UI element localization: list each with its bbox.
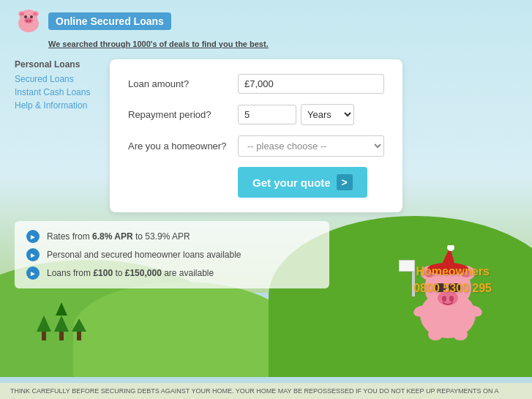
homeowner-label: Are you a homeowner?	[128, 141, 238, 152]
homeowner-row: Are you a homeowner? -- please choose --…	[128, 135, 384, 157]
sidebar-item-instant-cash[interactable]: Instant Cash Loans	[15, 87, 110, 97]
logo-text-box: Online Secured Loans	[48, 12, 171, 30]
info-item-3: ► Loans from £100 to £150,000 are availa…	[26, 266, 318, 280]
logo-pig-icon	[15, 7, 42, 35]
loan-amount-row: Loan amount?	[128, 74, 384, 94]
logo-text: Online Secured Loans	[56, 15, 164, 27]
info-text-3: Loans from £100 to £150,000 are availabl…	[47, 268, 214, 278]
tagline-pre: We searched through 1000's of deals to f…	[48, 40, 219, 48]
info-item-1: ► Rates from 6.8% APR to 53.9% APR	[26, 230, 318, 243]
bullet-icon-3: ►	[26, 266, 40, 280]
bullet-icon-1: ►	[26, 230, 40, 243]
tagline-highlight: you	[219, 40, 233, 48]
homeowners-callout: Homeowners 0800 5300 295	[413, 264, 492, 297]
hill-center	[73, 282, 293, 377]
svg-point-15	[428, 329, 443, 340]
svg-point-27	[29, 20, 31, 23]
main-container: Personal Loans Secured Loans Instant Cas…	[0, 59, 532, 212]
svg-point-26	[26, 20, 29, 23]
svg-point-28	[24, 15, 27, 18]
sidebar: Personal Loans Secured Loans Instant Cas…	[15, 59, 110, 212]
repayment-unit-select[interactable]: Years Months	[301, 104, 354, 125]
footer-text: THINK CAREFULLY BEFORE SECURING DEBTS AG…	[10, 387, 499, 395]
info-text-2: Personal and secured homeowner loans ava…	[47, 250, 241, 260]
info-text-1: Rates from 6.8% APR to 53.9% APR	[47, 231, 190, 242]
loan-amount-input[interactable]	[238, 74, 384, 94]
tagline-post: the best.	[233, 40, 268, 48]
svg-point-23	[20, 12, 24, 16]
svg-point-25	[24, 18, 33, 23]
repayment-inputs: Years Months	[238, 104, 384, 125]
homeowners-title: Homeowners	[413, 264, 492, 280]
sidebar-item-secured-loans[interactable]: Secured Loans	[15, 74, 110, 84]
tagline: We searched through 1000's of deals to f…	[48, 40, 517, 48]
arrow-icon: >	[337, 174, 353, 190]
footer: THINK CAREFULLY BEFORE SECURING DEBTS AG…	[0, 383, 532, 399]
svg-point-16	[453, 329, 468, 340]
svg-point-10	[442, 296, 446, 302]
header: Online Secured Loans We searched through…	[0, 0, 532, 56]
form-card: Loan amount? Repayment period? Years Mon…	[110, 59, 402, 212]
svg-point-24	[33, 12, 37, 16]
info-item-2: ► Personal and secured homeowner loans a…	[26, 248, 318, 261]
loan-amount-label: Loan amount?	[128, 78, 238, 89]
sidebar-title: Personal Loans	[15, 59, 110, 70]
svg-point-14	[447, 245, 454, 251]
homeowner-select[interactable]: -- please choose -- Yes No	[238, 135, 384, 157]
logo: Online Secured Loans	[15, 7, 171, 35]
svg-point-11	[449, 296, 454, 302]
bullet-icon-2: ►	[26, 248, 40, 261]
repayment-number-input[interactable]	[238, 105, 296, 124]
repayment-label: Repayment period?	[128, 109, 238, 120]
info-section: ► Rates from 6.8% APR to 53.9% APR ► Per…	[15, 221, 329, 288]
trees-decoration	[37, 302, 86, 340]
get-quote-button[interactable]: Get your quote >	[238, 167, 367, 198]
get-quote-label: Get your quote	[252, 176, 331, 189]
homeowners-phone: 0800 5300 295	[413, 280, 492, 297]
repayment-row: Repayment period? Years Months	[128, 104, 384, 125]
svg-point-29	[30, 15, 33, 18]
sidebar-item-help[interactable]: Help & Information	[15, 100, 110, 111]
